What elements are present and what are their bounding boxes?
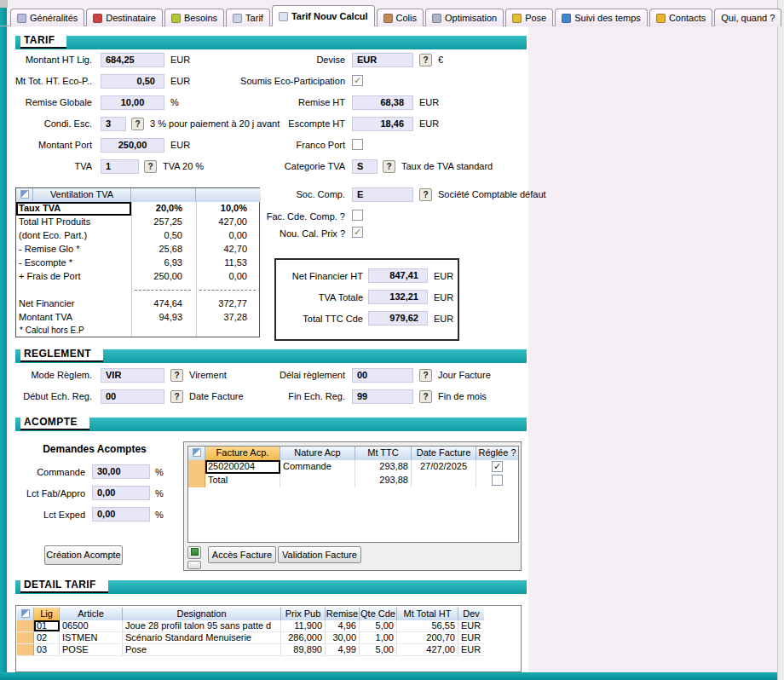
- tab-pose[interactable]: Pose: [505, 9, 553, 26]
- row-selector[interactable]: [17, 620, 34, 631]
- col-facture-acp[interactable]: Facture Acp.: [205, 447, 280, 460]
- reglee-checkbox[interactable]: [492, 475, 503, 486]
- table-options-button[interactable]: [187, 561, 201, 569]
- categorie-tva-help-button[interactable]: ?: [383, 160, 395, 173]
- lct-exped-field[interactable]: 0,00: [92, 507, 150, 522]
- delai-reglement-help-button[interactable]: ?: [419, 369, 432, 382]
- col-lig[interactable]: Lig: [34, 608, 60, 620]
- ventilation-row[interactable]: - Remise Glo * 25,68 42,70: [16, 243, 259, 256]
- tab-tarif-nouv-calcul[interactable]: Tarif Nouv Calcul: [272, 5, 375, 26]
- cell-facture[interactable]: 250200204: [205, 460, 280, 474]
- corner-cell[interactable]: [16, 188, 33, 202]
- row-selector[interactable]: [17, 644, 34, 655]
- devise-field[interactable]: EUR: [352, 53, 413, 67]
- nou-cal-checkbox[interactable]: ✓: [352, 227, 363, 238]
- condi-esc-field[interactable]: 3: [101, 117, 126, 131]
- tab-colis[interactable]: Colis: [377, 9, 424, 26]
- reglee-checkbox[interactable]: ✓: [492, 461, 503, 472]
- ventilation-row-taux[interactable]: Taux TVA 20,0% 10,0%: [16, 202, 259, 216]
- col-nature-acp[interactable]: Nature Acp: [280, 447, 355, 460]
- fin-ech-field[interactable]: 99: [352, 389, 413, 404]
- debut-ech-desc: Date Facture: [189, 391, 244, 401]
- tab-besoins[interactable]: Besoins: [164, 9, 224, 26]
- col-prix-pub[interactable]: Prix Pub: [281, 608, 326, 620]
- tab-label: Tarif Nouv Calcul: [291, 11, 368, 21]
- row-selector[interactable]: [188, 474, 205, 487]
- tab-optimisation[interactable]: Optimisation: [425, 9, 504, 26]
- lct-fab-field[interactable]: 0,00: [92, 486, 150, 500]
- cell: - Remise Glo *: [16, 243, 131, 256]
- mt-tot-eco-field[interactable]: 0,50: [101, 74, 164, 89]
- soc-comp-field[interactable]: E: [352, 187, 413, 202]
- ventilation-title[interactable]: Ventilation TVA: [33, 188, 131, 202]
- ventilation-row-net[interactable]: Net Financier 474,64 372,77: [16, 297, 259, 311]
- cell[interactable]: Taux TVA: [16, 202, 131, 216]
- ventilation-row-tva[interactable]: Montant TVA 94,93 37,28: [16, 311, 259, 325]
- validation-facture-button[interactable]: Validation Facture: [278, 546, 361, 563]
- excel-export-button[interactable]: [187, 546, 201, 559]
- franco-port-checkbox[interactable]: [352, 139, 363, 150]
- col-designation[interactable]: Designation: [123, 608, 281, 620]
- mode-reglem-help-button[interactable]: ?: [170, 369, 183, 382]
- tab-suivi-des-temps[interactable]: Suivi des temps: [555, 9, 648, 26]
- acompte-row[interactable]: 250200204 Commande 293,88 27/02/2025 ✓: [188, 460, 518, 474]
- ventilation-col2-header[interactable]: [196, 188, 261, 202]
- col-mt-total-ht[interactable]: Mt Total HT: [397, 608, 458, 620]
- devise-help-button[interactable]: ?: [419, 54, 432, 66]
- cell-nature: [280, 474, 355, 487]
- fac-cde-checkbox[interactable]: [352, 210, 363, 221]
- needs-icon: [171, 14, 181, 23]
- tab-label: Pose: [525, 13, 546, 23]
- corner-cell[interactable]: [188, 447, 205, 460]
- categorie-tva-field[interactable]: S: [352, 159, 378, 174]
- acompte-total-row[interactable]: Total 293,88: [188, 474, 518, 487]
- mode-reglem-field[interactable]: VIR: [101, 368, 164, 383]
- condi-esc-help-button[interactable]: ?: [131, 118, 144, 130]
- remise-globale-field[interactable]: 10,00: [101, 95, 164, 110]
- ventilation-row[interactable]: Total HT Produits 257,25 427,00: [16, 216, 259, 229]
- tab-destinataire[interactable]: Destinataire: [86, 9, 163, 26]
- subtotal-separator: [135, 290, 191, 291]
- tab-qui-quand[interactable]: Qui, quand ?: [714, 9, 781, 26]
- row-selector[interactable]: [17, 632, 34, 643]
- ventilation-row[interactable]: + Frais de Port 250,00 0,00: [16, 270, 259, 284]
- detail-row[interactable]: 01 06500 Joue 28 profil talon 95 sans pa…: [17, 620, 484, 632]
- cell-lig[interactable]: 01: [34, 620, 60, 631]
- corner-cell[interactable]: [17, 608, 34, 620]
- tva-totale-label: TVA Totale: [280, 292, 363, 303]
- tab-generalites[interactable]: Généralités: [10, 9, 84, 26]
- ventilation-row[interactable]: - Escompte * 6,93 11,53: [16, 256, 259, 270]
- escompte-ht-field[interactable]: 18,46: [352, 117, 413, 131]
- tab-tarif[interactable]: Tarif: [226, 9, 270, 26]
- debut-ech-help-button[interactable]: ?: [170, 390, 183, 403]
- creation-acompte-button[interactable]: Création Acompte: [44, 545, 123, 565]
- col-mt-ttc[interactable]: Mt TTC: [355, 447, 412, 460]
- col-reglee[interactable]: Réglée ?: [476, 447, 518, 460]
- col-date-facture[interactable]: Date Facture: [412, 447, 476, 460]
- acces-facture-button[interactable]: Accès Facture: [208, 546, 276, 563]
- col-remise[interactable]: Remise: [326, 608, 360, 620]
- commande-field[interactable]: 30,00: [92, 464, 150, 479]
- ventilation-row[interactable]: (dont Eco. Part.) 0,50 0,00: [16, 229, 259, 243]
- delai-reglement-field[interactable]: 00: [352, 368, 413, 383]
- debut-ech-field[interactable]: 00: [101, 389, 164, 404]
- ventilation-col1-header[interactable]: [131, 188, 196, 202]
- tab-contacts[interactable]: Contacts: [649, 9, 712, 26]
- montant-port-field[interactable]: 250,00: [101, 138, 164, 153]
- remise-ht-field[interactable]: 68,38: [352, 95, 413, 110]
- col-qte-cde[interactable]: Qte Cde: [360, 608, 397, 620]
- detail-row[interactable]: 02 ISTMEN Scénario Standard Menuiserie 2…: [17, 632, 484, 644]
- tva-help-button[interactable]: ?: [144, 160, 157, 173]
- fin-ech-help-button[interactable]: ?: [419, 390, 432, 403]
- cell-mt: 293,88: [355, 460, 412, 474]
- col-article[interactable]: Article: [60, 608, 123, 620]
- soumis-eco-checkbox[interactable]: ✓: [352, 75, 363, 86]
- row-selector[interactable]: [188, 460, 205, 474]
- tva-field[interactable]: 1: [101, 159, 139, 174]
- subtotal-separator: [199, 290, 256, 291]
- soc-comp-help-button[interactable]: ?: [419, 188, 432, 201]
- montant-ht-lig-field[interactable]: 684,25: [101, 53, 164, 67]
- total-ttc-unit: EUR: [434, 314, 453, 324]
- detail-row[interactable]: 03 POSE Pose 89,890 4,99 5,00 427,00 EUR: [17, 644, 484, 656]
- col-dev[interactable]: Dev: [458, 608, 484, 620]
